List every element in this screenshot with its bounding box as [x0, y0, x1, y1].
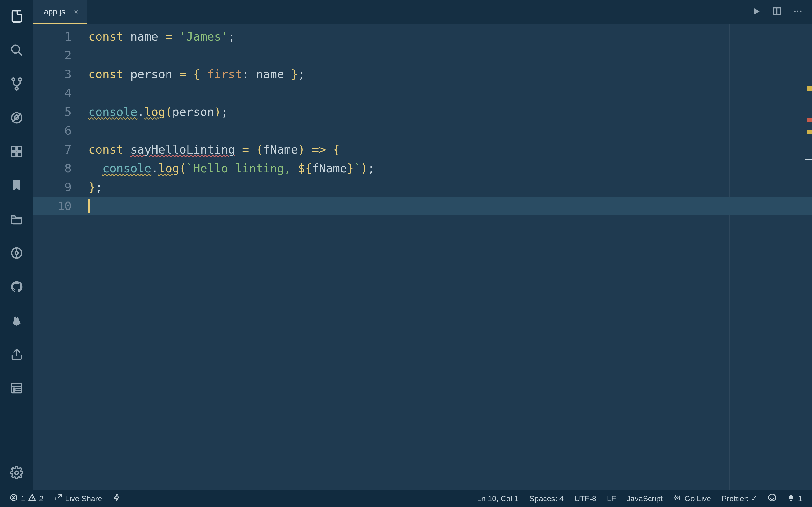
code-content[interactable]: }; [89, 178, 102, 196]
code-content[interactable]: const sayHelloLinting = (fName) => { [89, 140, 340, 159]
activity-search[interactable] [0, 34, 33, 68]
status-cursor-pos[interactable]: Ln 10, Col 1 [472, 490, 524, 507]
more-actions-button[interactable] [793, 6, 803, 17]
code-line[interactable]: 4 [33, 83, 812, 102]
overview-warning-marker[interactable] [807, 130, 812, 134]
activity-gitlens[interactable] [0, 237, 33, 270]
code-content[interactable]: console.log(person); [89, 102, 228, 121]
svg-rect-19 [13, 388, 15, 391]
code-line[interactable]: 8 console.log(`Hello linting, ${fName}`)… [33, 159, 812, 178]
overview-cursor-marker [805, 159, 812, 160]
error-icon [10, 494, 18, 504]
app-root: app.js × 1 const name [0, 0, 812, 507]
status-encoding[interactable]: UTF-8 [569, 490, 602, 507]
activity-settings[interactable] [0, 456, 33, 490]
code-line[interactable]: 6 [33, 121, 812, 140]
tab-app-js[interactable]: app.js × [33, 0, 88, 24]
activity-folder[interactable] [0, 203, 33, 237]
tab-bar: app.js × [33, 0, 812, 24]
status-prettier[interactable]: Prettier: ✓ [716, 490, 763, 507]
tab-label: app.js [44, 7, 65, 16]
status-quick-action[interactable] [108, 490, 126, 507]
indent-label: Spaces: 4 [529, 494, 564, 503]
svg-point-33 [771, 496, 771, 497]
editor-area[interactable]: 1 const name = 'James'; 2 3 const person… [33, 24, 812, 490]
status-notifications[interactable]: 1 [781, 490, 808, 507]
no-bug-icon [10, 111, 23, 125]
activity-extensions[interactable] [0, 135, 33, 169]
prettier-label: Prettier: ✓ [722, 494, 757, 503]
golive-label: Go Live [684, 494, 711, 503]
branch-icon [10, 77, 23, 92]
code-line[interactable]: 5 console.log(person); [33, 102, 812, 121]
svg-point-23 [794, 11, 796, 12]
eol-label: LF [607, 494, 616, 503]
line-number: 1 [33, 27, 89, 46]
tab-close-icon[interactable]: × [74, 8, 78, 16]
code-content[interactable]: const person = { first: name }; [89, 65, 305, 83]
line-number: 3 [33, 65, 89, 83]
svg-rect-10 [17, 147, 22, 151]
code-line[interactable]: 3 const person = { first: name }; [33, 65, 812, 83]
share-icon [10, 348, 23, 362]
overview-ruler[interactable] [805, 24, 812, 490]
activity-github[interactable] [0, 270, 33, 304]
activity-firebase[interactable] [0, 304, 33, 338]
gear-icon [10, 466, 23, 481]
activity-source-control[interactable] [0, 68, 33, 101]
error-count: 1 [21, 494, 25, 503]
activity-bar [0, 0, 33, 490]
line-number: 9 [33, 178, 89, 196]
status-problems[interactable]: 1 2 [4, 490, 49, 507]
line-number: 4 [33, 83, 89, 102]
run-code-button[interactable] [751, 6, 761, 17]
status-language[interactable]: JavaScript [621, 490, 668, 507]
editor-actions [751, 0, 812, 24]
svg-point-20 [15, 471, 18, 474]
svg-point-25 [800, 11, 801, 12]
status-feedback[interactable] [763, 490, 781, 507]
svg-point-30 [32, 499, 33, 500]
status-bar: 1 2 Live Share Ln 10, Col 1 Spaces: 4 UT… [0, 490, 812, 507]
svg-point-31 [677, 497, 678, 498]
bolt-icon [113, 494, 121, 504]
encoding-label: UTF-8 [574, 494, 597, 503]
status-eol[interactable]: LF [602, 490, 621, 507]
files-icon [10, 10, 23, 24]
code-line[interactable]: 1 const name = 'James'; [33, 27, 812, 46]
svg-rect-8 [12, 152, 16, 157]
line-number: 8 [33, 159, 89, 178]
bell-icon [787, 494, 795, 504]
svg-rect-9 [17, 152, 22, 157]
activity-explorer[interactable] [0, 0, 33, 34]
status-golive[interactable]: Go Live [668, 490, 716, 507]
browser-icon [10, 382, 23, 396]
cursor-position-label: Ln 10, Col 1 [477, 494, 519, 503]
git-commit-icon [10, 246, 23, 261]
bookmark-icon [10, 179, 23, 193]
activity-share[interactable] [0, 338, 33, 372]
code-line[interactable]: 2 [33, 46, 812, 65]
liveshare-icon [54, 494, 62, 504]
code-content[interactable]: console.log(`Hello linting, ${fName}`); [89, 159, 375, 178]
overview-warning-marker[interactable] [807, 87, 812, 91]
code-content[interactable] [89, 196, 90, 215]
code-content[interactable]: const name = 'James'; [89, 27, 235, 46]
code-line[interactable]: 9 }; [33, 178, 812, 196]
code-editor[interactable]: 1 const name = 'James'; 2 3 const person… [33, 24, 812, 215]
activity-bookmark[interactable] [0, 169, 33, 203]
status-liveshare[interactable]: Live Share [49, 490, 108, 507]
broadcast-icon [673, 494, 681, 504]
activity-browser-preview[interactable] [0, 372, 33, 406]
status-indent[interactable]: Spaces: 4 [524, 490, 569, 507]
text-cursor [89, 199, 90, 213]
warning-icon [28, 494, 36, 504]
liveshare-label: Live Share [65, 494, 102, 503]
overview-error-marker[interactable] [807, 118, 812, 122]
svg-point-24 [797, 11, 799, 12]
activity-run-debug[interactable] [0, 101, 33, 135]
code-line[interactable]: 7 const sayHelloLinting = (fName) => { [33, 140, 812, 159]
line-number: 7 [33, 140, 89, 159]
split-editor-button[interactable] [772, 6, 782, 17]
code-line-current[interactable]: 10 [33, 196, 812, 215]
